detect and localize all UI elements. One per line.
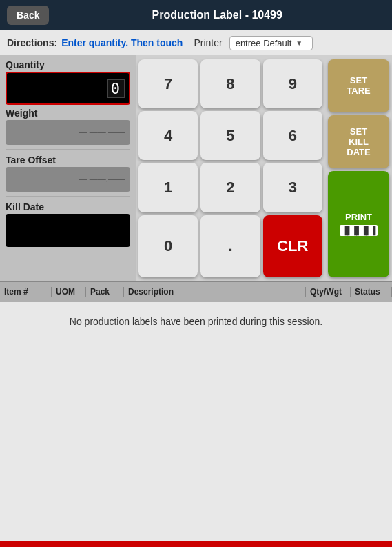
key-8[interactable]: 8 (200, 59, 260, 108)
main-area: Quantity 0 Weight — ——.—— Tare Offset — … (0, 55, 392, 281)
left-panel: Quantity 0 Weight — ——.—— Tare Offset — … (0, 55, 136, 281)
quantity-display: 0 (107, 79, 125, 98)
col-pack: Pack (86, 287, 124, 297)
quantity-input[interactable]: 0 (6, 72, 130, 105)
set-tare-button[interactable]: SETTARE (328, 59, 389, 112)
separator-1 (6, 149, 130, 150)
kill-date-label: Kill Date (6, 201, 130, 212)
print-button[interactable]: PRINT ▐▌▐▌▐▌▐ (328, 171, 389, 277)
col-description: Description (124, 287, 306, 297)
right-panel: SETTARE SETKILLDATE PRINT ▐▌▐▌▐▌▐ (325, 55, 392, 281)
clr-button[interactable]: CLR (263, 215, 322, 277)
weight-label: Weight (6, 108, 130, 119)
directions-text: Enter quantity. Then touch (61, 37, 183, 48)
tare-dashes: — ——.—— (79, 175, 125, 184)
tare-label: Tare Offset (6, 155, 130, 166)
numpad-grid: 789456123 (138, 59, 322, 212)
printer-label: Printer (194, 37, 222, 48)
separator-2 (6, 196, 130, 197)
quantity-label: Quantity (6, 59, 130, 70)
key-5[interactable]: 5 (200, 111, 260, 160)
empty-message: No production labels have been printed d… (70, 316, 322, 327)
tare-input: — ——.—— (6, 167, 130, 192)
key-0[interactable]: 0 (138, 215, 198, 277)
set-kill-date-button[interactable]: SETKILLDATE (328, 115, 389, 168)
key-2[interactable]: 2 (200, 163, 260, 212)
weight-dashes: — ——.—— (79, 128, 125, 137)
kill-date-field-group: Kill Date (6, 201, 130, 247)
key-1[interactable]: 1 (138, 163, 198, 212)
back-button[interactable]: Back (7, 6, 49, 25)
tare-field-group: Tare Offset — ——.—— (6, 155, 130, 192)
quantity-field-group: Quantity 0 (6, 59, 130, 105)
key-dot[interactable]: . (200, 215, 260, 277)
col-qty: Qty/Wgt (306, 287, 351, 297)
barcode-icon: ▐▌▐▌▐▌▐ (340, 225, 378, 236)
chevron-down-icon: ▼ (296, 39, 302, 47)
set-tare-label: SETTARE (347, 75, 370, 96)
numpad-area: 789456123 0 . CLR (136, 55, 325, 281)
directions-label: Directions: (7, 37, 57, 48)
weight-field-group: Weight — ——.—— (6, 108, 130, 145)
page-title: Production Label - 10499 (49, 9, 385, 21)
key-9[interactable]: 9 (263, 59, 322, 108)
kill-date-input[interactable] (6, 214, 130, 247)
bottom-bar (0, 541, 392, 547)
key-3[interactable]: 3 (263, 163, 322, 212)
printer-dropdown[interactable]: entree Default ▼ (229, 36, 313, 50)
col-status: Status (351, 287, 392, 297)
key-6[interactable]: 6 (263, 111, 322, 160)
weight-input: — ——.—— (6, 120, 130, 145)
directions-bar: Directions: Enter quantity. Then touch P… (0, 30, 392, 55)
key-4[interactable]: 4 (138, 111, 198, 160)
numpad-wrapper: 789456123 0 . CLR (138, 59, 322, 277)
bottom-row: 0 . CLR (138, 215, 322, 277)
table-body: No production labels have been printed d… (0, 302, 392, 542)
key-7[interactable]: 7 (138, 59, 198, 108)
col-uom: UOM (52, 287, 86, 297)
table-header: Item # UOM Pack Description Qty/Wgt Stat… (0, 281, 392, 302)
col-item: Item # (0, 287, 52, 297)
printer-value: entree Default (236, 38, 292, 48)
header: Back Production Label - 10499 (0, 0, 392, 30)
set-kill-date-label: SETKILLDATE (347, 126, 370, 157)
print-label: PRINT (345, 212, 372, 222)
